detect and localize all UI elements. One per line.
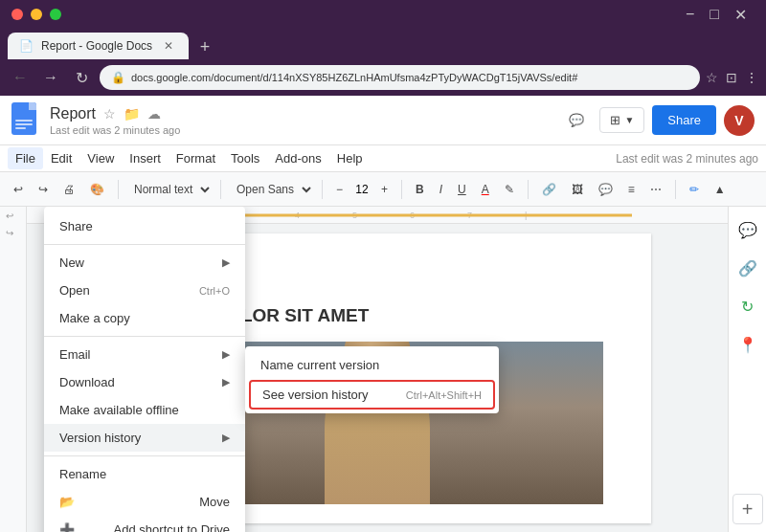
version-history-shortcut: Ctrl+Alt+Shift+H (406, 389, 482, 401)
doc-cloud-icon[interactable]: ☁ (147, 106, 161, 122)
window-minimize-icon[interactable]: − (686, 6, 694, 24)
menu-option-move[interactable]: 📂 Move (44, 488, 245, 516)
menu-option-download[interactable]: Download ▶ (44, 368, 245, 396)
tab-favicon: 📄 (19, 39, 34, 53)
undo-button[interactable]: ↩ (8, 179, 29, 200)
paintformat-button[interactable]: 🎨 (84, 179, 110, 200)
tab-title: Report - Google Docs (41, 39, 152, 53)
menu-option-offline[interactable]: Make available offline (44, 396, 245, 424)
editing-mode-button[interactable]: ✏ (684, 179, 705, 200)
sidebar-settings-icon[interactable]: ↻ (732, 291, 763, 321)
link-button[interactable]: 🔗 (536, 179, 562, 200)
version-name-label: Name current version (260, 358, 379, 372)
menu-divider-1 (44, 244, 245, 245)
menu-addons[interactable]: Add-ons (267, 147, 328, 169)
sidebar-comment-icon[interactable]: 💬 (732, 214, 763, 245)
menu-option-shortcut-icon: ➕ (59, 522, 75, 532)
sidebar-link-icon[interactable]: 🔗 (732, 253, 763, 283)
version-history-submenu: Name current version See version history… (245, 346, 499, 413)
version-name-option[interactable]: Name current version (245, 350, 499, 380)
menu-view[interactable]: View (79, 147, 122, 169)
forward-button[interactable]: → (38, 65, 63, 90)
left-margin-icon: ↩ (6, 211, 13, 221)
menu-option-new[interactable]: New ▶ (44, 249, 245, 277)
refresh-button[interactable]: ↻ (69, 65, 94, 90)
window-close-btn[interactable] (11, 9, 23, 20)
menu-option-new-label: New (59, 255, 84, 270)
toolbar-divider-1 (118, 180, 119, 199)
menu-help[interactable]: Help (329, 147, 371, 169)
color-button[interactable]: A (476, 179, 495, 200)
print-button[interactable]: 🖨 (57, 179, 80, 200)
image-button[interactable]: 🖼 (566, 179, 589, 200)
user-avatar[interactable]: V (724, 105, 755, 136)
menu-option-version[interactable]: Version history ▶ (44, 424, 245, 452)
font-select[interactable]: Open Sans (229, 180, 314, 199)
menu-divider-2 (44, 336, 245, 337)
header-right: 💬 ⊞ ▼ Share V (561, 105, 755, 136)
cast-icon[interactable]: ⊡ (726, 70, 737, 85)
left-margin-icon2: ↪ (6, 228, 13, 238)
back-button[interactable]: ← (8, 65, 33, 90)
main-content: ↩ ↪ | 1 2 3 4 5 6 7 | T TITLE IP (0, 207, 766, 532)
view-icon: ⊞ (610, 113, 620, 127)
align-button[interactable]: ≡ (622, 179, 641, 200)
menu-option-open[interactable]: Open Ctrl+O (44, 277, 245, 304)
sidebar-map-icon[interactable]: 📍 (732, 329, 763, 360)
browser-frame: − □ ✕ 📄 Report - Google Docs ✕ + ← → ↻ 🔒… (0, 0, 766, 532)
menu-file[interactable]: File (8, 147, 43, 169)
view-button[interactable]: ⊞ ▼ (599, 107, 644, 133)
new-tab-button[interactable]: + (192, 34, 217, 59)
tab-close-icon[interactable]: ✕ (160, 37, 177, 55)
last-edit-text: Last edit was 2 minutes ago (50, 124, 180, 136)
doc-location-icon[interactable]: 📁 (124, 106, 140, 122)
window-restore-icon[interactable]: □ (710, 6, 719, 24)
bookmark-icon[interactable]: ☆ (706, 70, 718, 85)
sidebar-add-icon[interactable]: + (732, 494, 763, 524)
menu-bar: File Edit View Insert Format Tools Add-o… (0, 145, 766, 172)
last-edit-menu: Last edit was 2 minutes ago (616, 152, 758, 166)
toolbar: ↩ ↪ 🖨 🎨 Normal text Open Sans − 12 + B I… (0, 172, 766, 207)
underline-button[interactable]: U (452, 179, 472, 200)
right-sidebar: 💬 🔗 ↻ 📍 + (728, 207, 766, 532)
menu-option-email[interactable]: Email ▶ (44, 341, 245, 368)
menu-option-rename[interactable]: Rename (44, 460, 245, 488)
bold-button[interactable]: B (410, 179, 430, 200)
more-icon[interactable]: ⋮ (745, 70, 758, 85)
window-close-icon[interactable]: ✕ (734, 6, 747, 24)
menu-option-copy[interactable]: Make a copy (44, 304, 245, 332)
font-size-decrease[interactable]: − (330, 179, 349, 200)
menu-option-open-shortcut: Ctrl+O (199, 285, 230, 297)
collapse-toolbar-button[interactable]: ▲ (709, 179, 732, 200)
redo-button[interactable]: ↪ (33, 179, 54, 200)
address-icons: ☆ ⊡ ⋮ (706, 70, 758, 85)
star-icon[interactable]: ☆ (103, 106, 116, 122)
menu-tools[interactable]: Tools (223, 147, 267, 169)
share-button[interactable]: Share (652, 105, 716, 135)
lock-icon: 🔒 (111, 71, 125, 84)
window-controls (11, 9, 61, 20)
window-controls-row: − □ ✕ (0, 0, 766, 29)
version-history-option[interactable]: See version history Ctrl+Alt+Shift+H (249, 380, 495, 410)
window-maximize-btn[interactable] (50, 9, 61, 20)
comment-button[interactable]: 💬 (561, 105, 592, 136)
menu-option-share[interactable]: Share (44, 212, 245, 240)
font-size-increase[interactable]: + (375, 179, 394, 200)
italic-button[interactable]: I (434, 179, 448, 200)
more-options-button[interactable]: ⋯ (644, 179, 667, 200)
menu-edit[interactable]: Edit (43, 147, 79, 169)
menu-option-email-arrow: ▶ (222, 348, 230, 361)
highlight-button[interactable]: ✎ (499, 179, 520, 200)
view-dropdown-icon: ▼ (624, 115, 634, 125)
browser-tab[interactable]: 📄 Report - Google Docs ✕ (8, 33, 189, 59)
menu-format[interactable]: Format (169, 147, 223, 169)
menu-option-shortcut[interactable]: ➕ Add shortcut to Drive (44, 516, 245, 532)
toolbar-divider-2 (220, 180, 221, 199)
menu-insert[interactable]: Insert (122, 147, 169, 169)
docs-header: Report ☆ 📁 ☁ Last edit was 2 minutes ago… (0, 96, 766, 145)
comment-inline-button[interactable]: 💬 (593, 179, 619, 200)
window-minimize-btn[interactable] (31, 9, 42, 20)
text-style-select[interactable]: Normal text (126, 180, 213, 199)
tab-bar: 📄 Report - Google Docs ✕ + (0, 29, 766, 59)
address-field[interactable]: 🔒 docs.google.com/document/d/114nXSY85HZ… (100, 65, 700, 90)
